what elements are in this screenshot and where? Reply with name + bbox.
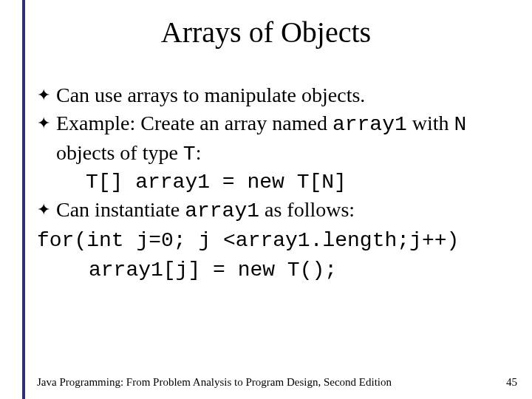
code-fragment: N: [454, 113, 467, 136]
bullet-item: ✦ Can use arrays to manipulate objects.: [37, 81, 525, 109]
code-text: array1[j] = new T();: [89, 259, 337, 282]
code-text: for(int j=0; j <array1.length;j++): [37, 229, 459, 252]
code-fragment: T: [183, 143, 196, 166]
text-fragment: Example: Create an array named: [56, 112, 332, 134]
code-line: for(int j=0; j <array1.length;j++): [37, 225, 525, 255]
text-fragment: Can instantiate: [56, 198, 185, 221]
text-fragment: objects of type: [56, 141, 183, 164]
slide-body: ✦ Can use arrays to manipulate objects. …: [37, 81, 525, 284]
slide: Arrays of Objects ✦ Can use arrays to ma…: [0, 0, 532, 399]
text-fragment: :: [196, 141, 202, 164]
bullet-glyph-icon: ✦: [37, 81, 56, 109]
bullet-glyph-icon: ✦: [37, 196, 56, 224]
code-line: T[] array1 = new T[N]: [37, 168, 525, 197]
code-text: T[] array1 = new T[N]: [56, 168, 525, 197]
bullet-item: ✦ Example: Create an array named array1 …: [37, 109, 525, 139]
bullet-text: Can use arrays to manipulate objects.: [56, 81, 525, 109]
bullet-text: objects of type T:: [56, 139, 525, 168]
page-number: 45: [506, 376, 517, 389]
bullet-text: Can instantiate array1 as follows:: [56, 196, 525, 225]
code-line: array1[j] = new T();: [37, 255, 525, 284]
footer-text: Java Programming: From Problem Analysis …: [37, 376, 392, 389]
code-fragment: array1: [185, 200, 259, 222]
bullet-item: ✦ Can instantiate array1 as follows:: [37, 196, 525, 225]
bullet-glyph-icon: ✦: [37, 109, 56, 137]
code-fragment: array1: [332, 113, 407, 136]
slide-title: Arrays of Objects: [0, 15, 532, 50]
text-fragment: as follows:: [259, 198, 355, 221]
bullet-continuation: objects of type T:: [37, 139, 525, 168]
sidebar-rule: [0, 0, 25, 399]
text-fragment: with: [407, 112, 454, 134]
bullet-text: Example: Create an array named array1 wi…: [56, 109, 525, 139]
footer: Java Programming: From Problem Analysis …: [37, 376, 517, 389]
